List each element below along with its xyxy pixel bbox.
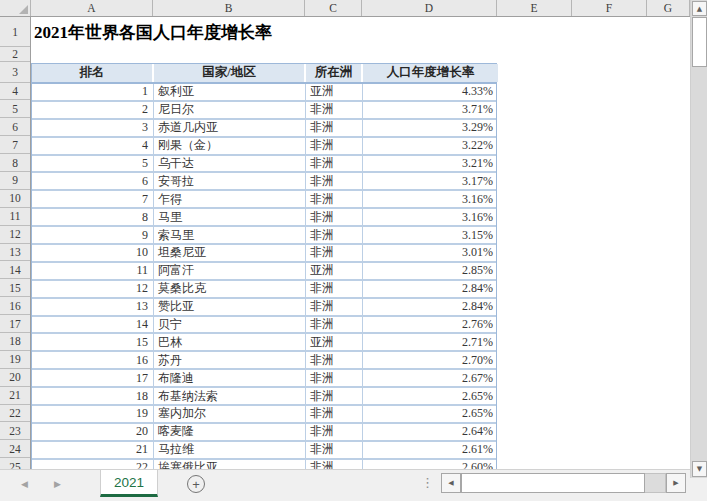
rank-cell[interactable]: 4 <box>32 138 154 154</box>
rank-cell[interactable]: 10 <box>32 245 154 261</box>
scroll-down-icon[interactable]: ▼ <box>692 461 707 477</box>
growth-rate-cell[interactable]: 3.16% <box>363 191 498 207</box>
rank-cell[interactable]: 1 <box>32 84 154 100</box>
rank-cell[interactable]: 5 <box>32 156 154 172</box>
growth-rate-cell[interactable]: 3.71% <box>363 102 498 118</box>
growth-rate-cell[interactable]: 2.65% <box>363 406 498 422</box>
growth-rate-cell[interactable]: 2.85% <box>363 263 498 279</box>
country-cell[interactable]: 赤道几内亚 <box>154 120 306 136</box>
growth-rate-cell[interactable]: 2.84% <box>363 299 498 315</box>
rank-cell[interactable]: 13 <box>32 299 154 315</box>
growth-rate-cell[interactable]: 2.65% <box>363 388 498 404</box>
continent-cell[interactable]: 亚洲 <box>306 263 363 279</box>
vertical-scrollbar-thumb[interactable] <box>692 17 707 67</box>
growth-rate-cell[interactable]: 2.64% <box>363 424 498 440</box>
country-cell[interactable]: 赞比亚 <box>154 299 306 315</box>
column-header-D[interactable]: D <box>362 0 497 16</box>
row-header-24[interactable]: 24 <box>0 440 30 458</box>
continent-cell[interactable]: 非洲 <box>306 460 363 469</box>
table-header-cell[interactable]: 人口年度增长率 <box>363 64 498 83</box>
row-header-11[interactable]: 11 <box>0 208 30 226</box>
growth-rate-cell[interactable]: 2.76% <box>363 317 498 333</box>
country-cell[interactable]: 安哥拉 <box>154 173 306 189</box>
country-cell[interactable]: 喀麦隆 <box>154 424 306 440</box>
continent-cell[interactable]: 非洲 <box>306 227 363 243</box>
tab-nav-right-icon[interactable]: ▶ <box>54 479 61 489</box>
continent-cell[interactable]: 非洲 <box>306 424 363 440</box>
rank-cell[interactable]: 3 <box>32 120 154 136</box>
continent-cell[interactable]: 非洲 <box>306 209 363 225</box>
rank-cell[interactable]: 15 <box>32 334 154 350</box>
rank-cell[interactable]: 12 <box>32 281 154 297</box>
rank-cell[interactable]: 19 <box>32 406 154 422</box>
country-cell[interactable]: 马拉维 <box>154 442 306 458</box>
rank-cell[interactable]: 14 <box>32 317 154 333</box>
row-header-17[interactable]: 17 <box>0 315 30 333</box>
continent-cell[interactable]: 非洲 <box>306 406 363 422</box>
column-header-B[interactable]: B <box>153 0 305 16</box>
add-sheet-icon[interactable]: + <box>187 475 205 493</box>
continent-cell[interactable]: 非洲 <box>306 138 363 154</box>
continent-cell[interactable]: 非洲 <box>306 370 363 386</box>
rank-cell[interactable]: 2 <box>32 102 154 118</box>
country-cell[interactable]: 刚果（金） <box>154 138 306 154</box>
growth-rate-cell[interactable]: 3.17% <box>363 173 498 189</box>
row-header-23[interactable]: 23 <box>0 422 30 440</box>
continent-cell[interactable]: 亚洲 <box>306 334 363 350</box>
growth-rate-cell[interactable]: 3.16% <box>363 209 498 225</box>
title-cell[interactable]: 2021年世界各国人口年度增长率 <box>34 17 272 47</box>
rank-cell[interactable]: 22 <box>32 460 154 469</box>
rank-cell[interactable]: 6 <box>32 173 154 189</box>
row-header-2[interactable]: 2 <box>0 47 30 62</box>
country-cell[interactable]: 莫桑比克 <box>154 281 306 297</box>
table-header-cell[interactable]: 所在洲 <box>306 64 363 83</box>
country-cell[interactable]: 苏丹 <box>154 352 306 368</box>
row-header-15[interactable]: 15 <box>0 279 30 297</box>
row-header-25[interactable]: 25 <box>0 458 30 469</box>
row-header-19[interactable]: 19 <box>0 351 30 369</box>
column-header-E[interactable]: E <box>497 0 572 16</box>
country-cell[interactable]: 阿富汗 <box>154 263 306 279</box>
row-header-18[interactable]: 18 <box>0 333 30 351</box>
continent-cell[interactable]: 亚洲 <box>306 84 363 100</box>
continent-cell[interactable]: 非洲 <box>306 281 363 297</box>
continent-cell[interactable]: 非洲 <box>306 317 363 333</box>
continent-cell[interactable]: 非洲 <box>306 173 363 189</box>
row-header-6[interactable]: 6 <box>0 118 30 136</box>
rank-cell[interactable]: 7 <box>32 191 154 207</box>
sheet-grid[interactable]: 2021年世界各国人口年度增长率 排名国家/地区所在洲人口年度增长率1叙利亚亚洲… <box>31 17 690 469</box>
row-header-14[interactable]: 14 <box>0 261 30 279</box>
growth-rate-cell[interactable]: 3.01% <box>363 245 498 261</box>
growth-rate-cell[interactable]: 2.60% <box>363 460 498 469</box>
table-header-cell[interactable]: 排名 <box>32 64 154 83</box>
growth-rate-cell[interactable]: 3.15% <box>363 227 498 243</box>
column-header-A[interactable]: A <box>31 0 153 16</box>
continent-cell[interactable]: 非洲 <box>306 102 363 118</box>
row-header-12[interactable]: 12 <box>0 226 30 244</box>
continent-cell[interactable]: 非洲 <box>306 388 363 404</box>
scroll-left-icon[interactable]: ◀ <box>441 473 461 493</box>
row-header-4[interactable]: 4 <box>0 83 30 101</box>
continent-cell[interactable]: 非洲 <box>306 156 363 172</box>
row-header-1[interactable]: 1 <box>0 17 30 47</box>
column-header-C[interactable]: C <box>305 0 362 16</box>
rank-cell[interactable]: 17 <box>32 370 154 386</box>
country-cell[interactable]: 巴林 <box>154 334 306 350</box>
country-cell[interactable]: 塞内加尔 <box>154 406 306 422</box>
country-cell[interactable]: 贝宁 <box>154 317 306 333</box>
row-header-7[interactable]: 7 <box>0 136 30 154</box>
country-cell[interactable]: 叙利亚 <box>154 84 306 100</box>
growth-rate-cell[interactable]: 2.67% <box>363 370 498 386</box>
tab-nav-left-icon[interactable]: ◀ <box>21 479 28 489</box>
country-cell[interactable]: 尼日尔 <box>154 102 306 118</box>
row-header-10[interactable]: 10 <box>0 190 30 208</box>
row-header-3[interactable]: 3 <box>0 62 30 83</box>
growth-rate-cell[interactable]: 2.71% <box>363 334 498 350</box>
continent-cell[interactable]: 非洲 <box>306 191 363 207</box>
country-cell[interactable]: 布基纳法索 <box>154 388 306 404</box>
scroll-up-icon[interactable]: ▲ <box>692 1 707 16</box>
growth-rate-cell[interactable]: 2.70% <box>363 352 498 368</box>
country-cell[interactable]: 乌干达 <box>154 156 306 172</box>
row-header-22[interactable]: 22 <box>0 405 30 423</box>
rank-cell[interactable]: 16 <box>32 352 154 368</box>
